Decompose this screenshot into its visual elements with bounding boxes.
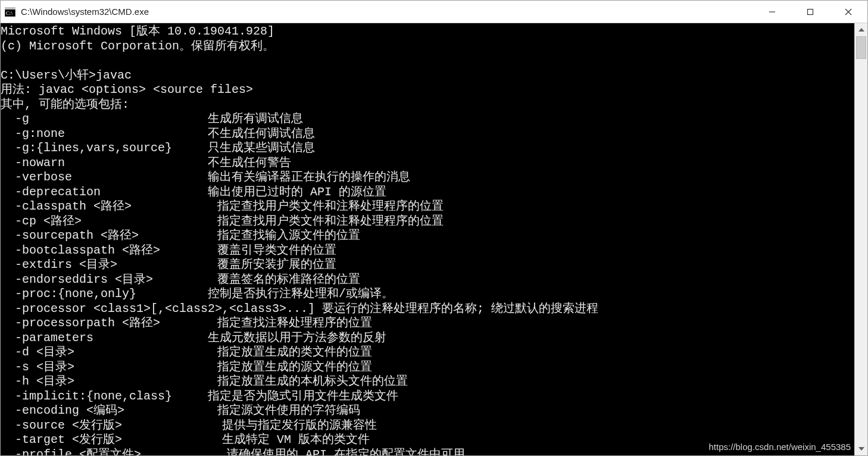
terminal-line: -cp <路径> 指定查找用户类文件和注释处理程序的位置: [1, 214, 854, 229]
svg-text:C:\: C:\: [6, 10, 13, 16]
window-title: C:\Windows\system32\CMD.exe: [21, 7, 149, 17]
terminal-line: -g:{lines,vars,source} 只生成某些调试信息: [1, 141, 854, 156]
terminal-line: -deprecation 输出使用已过时的 API 的源位置: [1, 185, 854, 200]
terminal-line: -sourcepath <路径> 指定查找输入源文件的位置: [1, 229, 854, 243]
cmd-icon: C:\: [4, 7, 16, 17]
terminal-line: -nowarn 不生成任何警告: [1, 156, 854, 171]
terminal-line: -classpath <路径> 指定查找用户类文件和注释处理程序的位置: [1, 199, 854, 214]
scrollbar-thumb[interactable]: [856, 36, 866, 59]
terminal-line: -h <目录> 指定放置生成的本机标头文件的位置: [1, 374, 854, 389]
svg-marker-7: [858, 28, 864, 32]
terminal-line: -encoding <编码> 指定源文件使用的字符编码: [1, 404, 854, 418]
terminal-line: C:\Users\小轩>javac: [1, 68, 854, 83]
title-bar[interactable]: C:\ C:\Windows\system32\CMD.exe: [1, 1, 867, 23]
scroll-up-button[interactable]: [855, 23, 867, 36]
terminal-line: Microsoft Windows [版本 10.0.19041.928]: [1, 24, 854, 39]
vertical-scrollbar[interactable]: [854, 23, 867, 455]
terminal-output[interactable]: Microsoft Windows [版本 10.0.19041.928](c)…: [1, 23, 854, 455]
terminal-line: -endorseddirs <目录> 覆盖签名的标准路径的位置: [1, 273, 854, 288]
terminal-line: 其中, 可能的选项包括:: [1, 98, 854, 113]
terminal-line: -profile <配置文件> 请确保使用的 API 在指定的配置文件中可用: [1, 448, 854, 456]
svg-rect-1: [5, 7, 15, 10]
terminal-line: [1, 54, 854, 68]
svg-marker-8: [858, 447, 864, 451]
terminal-line: (c) Microsoft Corporation。保留所有权利。: [1, 39, 854, 54]
terminal-line: -source <发行版> 提供与指定发行版的源兼容性: [1, 418, 854, 433]
terminal-line: -processor <class1>[,<class2>,<class3>..…: [1, 302, 854, 317]
close-button[interactable]: [829, 1, 867, 23]
svg-rect-4: [808, 9, 813, 14]
terminal-line: -proc:{none,only} 控制是否执行注释处理和/或编译。: [1, 287, 854, 302]
terminal-line: -implicit:{none,class} 指定是否为隐式引用文件生成类文件: [1, 389, 854, 404]
terminal-line: 用法: javac <options> <source files>: [1, 83, 854, 98]
scroll-down-button[interactable]: [855, 442, 867, 455]
terminal-line: -parameters 生成元数据以用于方法参数的反射: [1, 331, 854, 346]
cmd-window: C:\ C:\Windows\system32\CMD.exe Microsof…: [0, 0, 868, 456]
terminal-line: -extdirs <目录> 覆盖所安装扩展的位置: [1, 258, 854, 273]
maximize-button[interactable]: [791, 1, 829, 23]
terminal-line: -bootclasspath <路径> 覆盖引导类文件的位置: [1, 243, 854, 258]
terminal-line: -processorpath <路径> 指定查找注释处理程序的位置: [1, 316, 854, 331]
terminal-line: -s <目录> 指定放置生成的源文件的位置: [1, 360, 854, 375]
terminal-line: -verbose 输出有关编译器正在执行的操作的消息: [1, 170, 854, 185]
terminal-area: Microsoft Windows [版本 10.0.19041.928](c)…: [1, 23, 867, 455]
scrollbar-track[interactable]: [855, 36, 867, 442]
terminal-line: -g:none 不生成任何调试信息: [1, 127, 854, 142]
minimize-button[interactable]: [753, 1, 791, 23]
terminal-line: -target <发行版> 生成特定 VM 版本的类文件: [1, 433, 854, 448]
terminal-line: -d <目录> 指定放置生成的类文件的位置: [1, 345, 854, 360]
terminal-line: -g 生成所有调试信息: [1, 112, 854, 127]
